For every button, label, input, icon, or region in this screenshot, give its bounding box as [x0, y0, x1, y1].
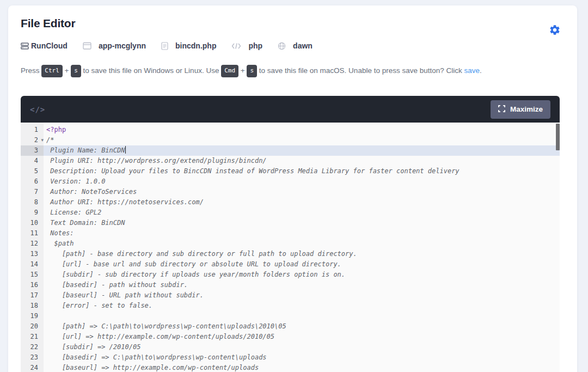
instruction-text: +: [238, 66, 247, 75]
save-instructions: Press Ctrl + s to save this file on Wind…: [21, 65, 565, 78]
page-title: File Editor: [21, 17, 75, 30]
gutter-line-number[interactable]: 21: [21, 332, 44, 342]
gutter-line-number[interactable]: 13: [21, 249, 44, 259]
instruction-text: Press: [21, 66, 41, 75]
code-line[interactable]: Plugin URI: http://wordpress.org/extend/…: [44, 156, 560, 166]
gutter-line-number[interactable]: 11: [21, 228, 44, 239]
code-line[interactable]: [url] => http://example.com/wp-content/u…: [44, 332, 560, 342]
editor-gutter: 12▾3456789101112131415161718192021222324: [21, 123, 44, 372]
expand-icon: [498, 105, 505, 114]
gutter-line-number[interactable]: 1: [21, 125, 44, 135]
code-line[interactable]: <?php: [44, 125, 560, 135]
file-icon: [161, 42, 168, 50]
breadcrumb: RunCloudapp-mcglynnbincdn.phpphpdawn: [21, 41, 313, 50]
gutter-line-number[interactable]: 24: [21, 363, 44, 372]
instruction-text: to save this file on Windows or Linux. U…: [81, 66, 221, 75]
code-line[interactable]: [path] - base directory and sub director…: [44, 249, 560, 259]
breadcrumb-item-app-mcglynn: app-mcglynn: [83, 41, 146, 50]
gutter-line-number[interactable]: 20: [21, 321, 44, 332]
code-line[interactable]: Version: 1.0.0: [44, 176, 560, 187]
code-line[interactable]: Author URI: https://notetoservices.com/: [44, 197, 560, 208]
instruction-text: .: [480, 66, 482, 75]
code-line[interactable]: License: GPL2: [44, 208, 560, 218]
code-line[interactable]: [basedir] - path without subdir.: [44, 280, 560, 290]
breadcrumb-label: bincdn.php: [175, 41, 216, 50]
file-editor-card: File Editor RunCloudapp-mcglynnbincdn.ph…: [8, 5, 577, 372]
code-line[interactable]: Description: Upload your files to BincCD…: [44, 166, 560, 176]
text-cursor: [125, 146, 126, 154]
gutter-line-number[interactable]: 5: [21, 166, 44, 176]
editor-toolbar: </> Maximize: [21, 96, 560, 123]
window-icon: [83, 42, 91, 50]
breadcrumb-label: dawn: [293, 41, 313, 50]
save-link[interactable]: save: [464, 66, 480, 75]
maximize-label: Maximize: [510, 105, 543, 113]
kbd-s: s: [247, 65, 257, 77]
kbd-cmd: Cmd: [221, 65, 238, 77]
code-line[interactable]: Text Domain: BinCDN: [44, 218, 560, 228]
gutter-line-number[interactable]: 18: [21, 301, 44, 311]
code-line[interactable]: [error] - set to false.: [44, 301, 560, 311]
gutter-line-number[interactable]: 9: [21, 208, 44, 218]
gutter-line-number[interactable]: 19: [21, 311, 44, 321]
breadcrumb-item-dawn: dawn: [278, 41, 313, 50]
code-line[interactable]: [path] => C:\path\to\wordpress\wp-conten…: [44, 321, 560, 332]
instruction-text: to save this file on macOS. Unable to pr…: [257, 66, 464, 75]
code-line[interactable]: [basedir] => C:\path\to\wordpress\wp-con…: [44, 352, 560, 363]
gutter-line-number[interactable]: 6: [21, 176, 44, 187]
gutter-line-number[interactable]: 14: [21, 259, 44, 270]
gutter-line-number[interactable]: 2▾: [21, 135, 44, 145]
breadcrumb-label: app-mcglynn: [99, 41, 146, 50]
code-line[interactable]: [url] - base url and sub directory or ab…: [44, 259, 560, 270]
fold-toggle-icon[interactable]: ▾: [41, 135, 44, 145]
kbd-s: s: [71, 65, 81, 77]
code-line[interactable]: [baseurl] => http://example.com/wp-conte…: [44, 363, 560, 372]
gear-icon: [549, 29, 561, 38]
server-icon: [21, 42, 29, 50]
code-line[interactable]: Plugin Name: BinCDN: [44, 145, 560, 156]
gutter-line-number[interactable]: 16: [21, 280, 44, 290]
gutter-line-number[interactable]: 23: [21, 352, 44, 363]
gutter-line-number[interactable]: 8: [21, 197, 44, 208]
breadcrumb-label: RunCloud: [31, 41, 68, 50]
vertical-scrollbar-thumb[interactable]: [556, 124, 560, 150]
settings-gear-button[interactable]: [549, 24, 561, 36]
gutter-line-number[interactable]: 15: [21, 270, 44, 280]
code-line[interactable]: $path: [44, 239, 560, 249]
breadcrumb-item-bincdn-php: bincdn.php: [161, 41, 216, 50]
code-line[interactable]: [44, 311, 560, 321]
code-line[interactable]: [baseurl] - URL path without subdir.: [44, 290, 560, 301]
code-line[interactable]: Notes:: [44, 228, 560, 239]
code-lines: <?php/* Plugin Name: BinCDN Plugin URI: …: [44, 123, 560, 372]
gutter-line-number[interactable]: 10: [21, 218, 44, 228]
code-line[interactable]: /*: [44, 135, 560, 145]
gutter-line-number[interactable]: 4: [21, 156, 44, 166]
kbd-ctrl: Ctrl: [41, 65, 63, 77]
code-line[interactable]: [subdir] - sub directory if uploads use …: [44, 270, 560, 280]
code-line[interactable]: [subdir] => /2010/05: [44, 342, 560, 352]
gutter-line-number[interactable]: 7: [21, 187, 44, 197]
gutter-line-number[interactable]: 17: [21, 290, 44, 301]
breadcrumb-item-php: php: [231, 41, 262, 50]
code-icon: [231, 42, 241, 50]
globe-icon: [278, 42, 286, 50]
gutter-line-number[interactable]: 12: [21, 239, 44, 249]
breadcrumb-item-runcloud: RunCloud: [21, 41, 68, 50]
gutter-line-number[interactable]: 22: [21, 342, 44, 352]
gutter-line-number[interactable]: 3: [21, 145, 44, 156]
code-icon: </>: [30, 105, 45, 114]
editor-body[interactable]: 12▾3456789101112131415161718192021222324…: [21, 123, 560, 372]
breadcrumb-label: php: [248, 41, 262, 50]
maximize-button[interactable]: Maximize: [491, 100, 550, 119]
code-line[interactable]: Author: NoteToServices: [44, 187, 560, 197]
code-editor: </> Maximize 12▾345678910111213141516171…: [21, 96, 560, 372]
instruction-text: +: [63, 66, 71, 75]
